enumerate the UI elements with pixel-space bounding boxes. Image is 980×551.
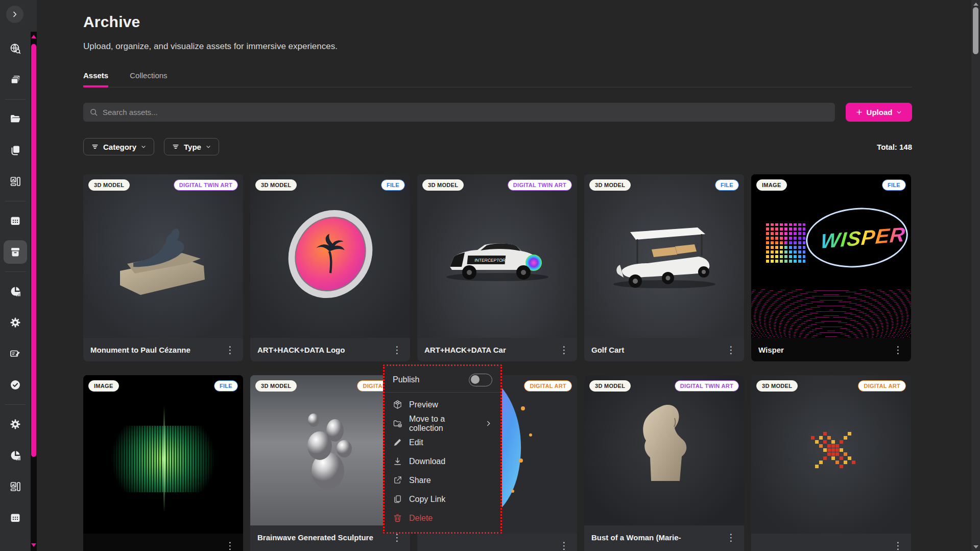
upload-button[interactable]: Upload bbox=[846, 103, 912, 122]
page-title: Archive bbox=[83, 13, 912, 31]
menu-item-preview[interactable]: Preview bbox=[385, 395, 500, 414]
asset-card[interactable]: 3D MODELFILEGolf Cart⋮ bbox=[584, 174, 744, 361]
page-scrollbar-thumb[interactable] bbox=[973, 7, 978, 54]
card-badge: DIGITAL TWIN ART bbox=[174, 179, 238, 191]
menu-item-edit[interactable]: Edit bbox=[385, 433, 500, 452]
asset-thumbnail: WISPERIMAGEFILE bbox=[751, 174, 911, 338]
badge-row: IMAGEFILE bbox=[756, 179, 906, 191]
search-icon bbox=[89, 108, 98, 117]
card-menu-button[interactable]: ⋮ bbox=[221, 344, 239, 356]
pencil-icon bbox=[393, 438, 403, 447]
card-badge: FILE bbox=[381, 179, 405, 191]
menu-item-share[interactable]: Share bbox=[385, 471, 500, 490]
badge-row: 3D MODELDIGITAL TWIN ART bbox=[88, 179, 238, 191]
layers-icon bbox=[9, 74, 21, 86]
asset-thumbnail: 3D MODELFILE bbox=[584, 174, 744, 338]
copy-link-icon bbox=[393, 494, 403, 504]
card-badge: DIGITAL ART bbox=[858, 380, 906, 392]
asset-card[interactable]: 3D MODELDIGITAL ART⋮ bbox=[751, 375, 911, 551]
card-menu-button[interactable]: ⋮ bbox=[889, 540, 907, 551]
badge-row: 3D MODELDIGITAL ART bbox=[756, 380, 906, 392]
sidebar-item-note-edit[interactable] bbox=[4, 342, 27, 365]
sidebar-item-check-circle[interactable] bbox=[4, 373, 27, 397]
card-title: Monument to Paul Cézanne bbox=[90, 346, 221, 354]
menu-item-copy-link[interactable]: Copy Link bbox=[385, 490, 500, 509]
card-menu-button[interactable]: ⋮ bbox=[555, 344, 573, 356]
sidebar-item-pie-chart[interactable] bbox=[4, 280, 27, 303]
share-icon bbox=[393, 475, 403, 485]
card-menu-button[interactable]: ⋮ bbox=[555, 540, 573, 551]
sidebar-item-layers[interactable] bbox=[4, 68, 27, 91]
sidebar-item-calendar[interactable] bbox=[4, 506, 27, 530]
sidebar-item-layout-image[interactable] bbox=[4, 475, 27, 498]
asset-thumbnail: 3D MODELDIGITAL TWIN ART bbox=[584, 375, 744, 525]
scroll-down-arrow-icon[interactable] bbox=[973, 545, 978, 548]
menu-item-move-to-a-collection[interactable]: Move to a collection bbox=[385, 414, 500, 433]
asset-card[interactable]: INTERCEPTOR3D MODELDIGITAL TWIN ARTART+H… bbox=[417, 174, 577, 361]
sidebar-item-folder-open[interactable] bbox=[4, 107, 27, 131]
gear-icon bbox=[9, 418, 21, 430]
card-footer: Golf Cart⋮ bbox=[584, 338, 744, 361]
card-menu-button[interactable]: ⋮ bbox=[221, 540, 239, 551]
sidebar-item-gear[interactable] bbox=[4, 412, 27, 436]
badge-row: IMAGEFILE bbox=[88, 380, 238, 392]
sidebar bbox=[0, 0, 37, 551]
sidebar-item-pie-chart[interactable] bbox=[4, 444, 27, 467]
download-icon bbox=[393, 456, 403, 466]
cube-icon bbox=[393, 400, 403, 409]
card-badge: FILE bbox=[882, 179, 906, 191]
asset-card[interactable]: 3D MODELDIGITAL TWIN ARTBust of a Woman … bbox=[584, 375, 744, 551]
sidebar-toggle-button[interactable] bbox=[6, 6, 23, 23]
menu-item-download[interactable]: Download bbox=[385, 452, 500, 471]
publish-toggle[interactable] bbox=[469, 374, 492, 386]
asset-card[interactable]: WISPERIMAGEFILEWisper⋮ bbox=[751, 174, 911, 361]
sidebar-scrollbar[interactable] bbox=[31, 32, 37, 551]
card-footer: Bust of a Woman (Marie-⋮ bbox=[584, 525, 744, 549]
chevron-right-icon bbox=[485, 420, 492, 427]
calendar-icon bbox=[9, 512, 21, 524]
type-filter-button[interactable]: Type bbox=[164, 138, 219, 155]
sidebar-item-copy[interactable] bbox=[4, 139, 27, 162]
asset-card[interactable]: IMAGEFILE⋮ bbox=[83, 375, 243, 551]
sidebar-item-globe-search[interactable] bbox=[4, 37, 27, 60]
scroll-up-arrow-icon[interactable] bbox=[973, 3, 978, 6]
card-footer: ⋮ bbox=[751, 534, 911, 551]
sidebar-divider bbox=[5, 99, 26, 100]
chevron-down-icon bbox=[140, 144, 147, 150]
tab-assets[interactable]: Assets bbox=[83, 71, 108, 87]
voxel-star-graphic bbox=[831, 448, 835, 452]
sidebar-item-archive[interactable] bbox=[4, 240, 27, 264]
sidebar-item-layout-image[interactable] bbox=[4, 170, 27, 193]
search-bar[interactable] bbox=[83, 103, 835, 122]
card-menu-button[interactable]: ⋮ bbox=[889, 344, 907, 356]
page-scrollbar[interactable] bbox=[971, 0, 980, 551]
card-menu-button[interactable]: ⋮ bbox=[388, 344, 406, 356]
asset-thumbnail: 3D MODELFILE bbox=[250, 174, 410, 338]
chevron-down-icon bbox=[896, 109, 902, 116]
card-menu-button[interactable]: ⋮ bbox=[722, 532, 740, 543]
qr-code-graphic bbox=[764, 223, 805, 264]
sidebar-divider bbox=[5, 201, 26, 201]
tab-collections[interactable]: Collections bbox=[130, 71, 167, 87]
sidebar-item-gear[interactable] bbox=[4, 311, 27, 334]
audio-waveform-graphic bbox=[94, 426, 232, 492]
menu-item-delete[interactable]: Delete bbox=[385, 509, 500, 527]
scroll-down-arrow-icon[interactable] bbox=[31, 543, 36, 547]
sidebar-item-calendar[interactable] bbox=[4, 209, 27, 233]
search-input[interactable] bbox=[103, 108, 829, 117]
search-row: Upload bbox=[83, 103, 912, 122]
asset-card[interactable]: 3D MODELDIGITAL TWIN ARTMonument to Paul… bbox=[83, 174, 243, 361]
scroll-up-arrow-icon[interactable] bbox=[31, 35, 36, 38]
note-edit-icon bbox=[9, 348, 21, 360]
category-filter-button[interactable]: Category bbox=[83, 138, 154, 155]
card-menu-button[interactable]: ⋮ bbox=[722, 344, 740, 356]
sidebar-scrollbar-thumb[interactable] bbox=[31, 44, 36, 457]
filter-icon bbox=[172, 143, 180, 151]
pie-chart-icon bbox=[9, 449, 21, 462]
menu-item-publish[interactable]: Publish bbox=[385, 369, 500, 391]
asset-card[interactable]: 3D MODELFILEART+HACK+DATA Logo⋮ bbox=[250, 174, 410, 361]
badge-row: 3D MODELFILE bbox=[255, 179, 405, 191]
card-title: Golf Cart bbox=[591, 346, 722, 354]
wave-grid-graphic bbox=[751, 289, 911, 338]
card-badge: 3D MODEL bbox=[255, 179, 297, 191]
